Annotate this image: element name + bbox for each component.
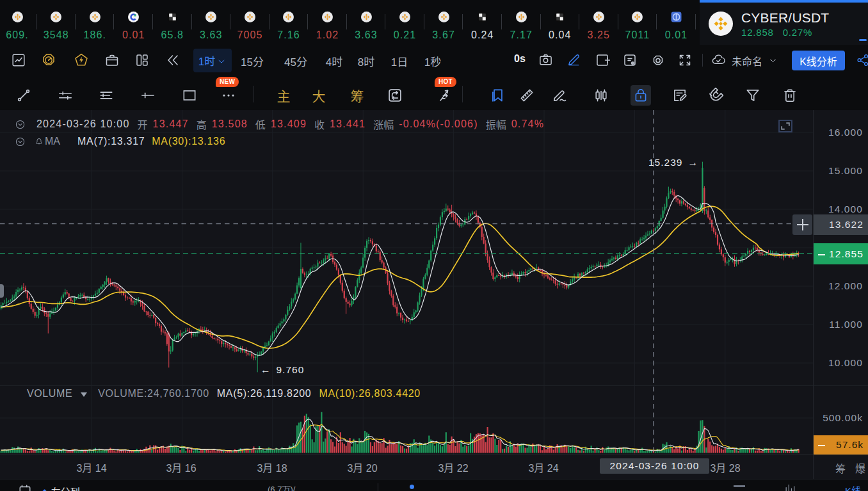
ticker-item[interactable]: 0.21: [385, 4, 424, 44]
ma-values: MA(7):13.317MA(30):13.136: [77, 136, 225, 147]
coin-bnb: [51, 12, 61, 22]
ticker-item[interactable]: 0.01: [114, 4, 153, 44]
ticker-price: 7.17: [510, 29, 533, 41]
candlestick-plot[interactable]: [0, 110, 868, 491]
ticker-item[interactable]: 3.67: [424, 4, 463, 44]
chart-controls-bar: 1时 0s 未命名 K线分析 15分45分4时8时1日1秒: [0, 45, 868, 76]
bars-icon[interactable]: [784, 483, 796, 491]
tool-big[interactable]: 大: [309, 85, 329, 106]
popup-icon[interactable]: [622, 52, 638, 68]
ticker-item[interactable]: 65.8: [153, 4, 192, 44]
coin-checker: [167, 12, 178, 22]
collapse-chevron-icon[interactable]: [15, 136, 26, 147]
ticker-item[interactable]: 3.25: [579, 4, 618, 44]
ticker-item[interactable]: 7005: [230, 4, 269, 44]
coin-bnb: [593, 12, 604, 22]
ticker-item[interactable]: 0.01: [657, 4, 696, 44]
multi-lines-icon[interactable]: [96, 85, 117, 106]
ohlc-field-value: 0.74%: [511, 118, 544, 130]
ticker-item[interactable]: 7.17: [502, 4, 541, 44]
ticker-price: 3.63: [200, 29, 223, 41]
time-axis[interactable]: 3月 143月 163月 183月 203月 223月 243月 28: [0, 459, 868, 474]
pane-fullscreen-icon[interactable]: [777, 118, 794, 134]
briefcase-icon[interactable]: [104, 52, 120, 68]
parallel-lines-icon[interactable]: [55, 85, 76, 106]
camera-icon[interactable]: [538, 52, 554, 68]
gear-icon[interactable]: [650, 52, 666, 68]
ticker-item[interactable]: 609.: [0, 4, 36, 44]
rewind-icon[interactable]: [165, 52, 181, 68]
bottom-right-fragment[interactable]: K线: [845, 483, 861, 491]
ticker-price: 65.8: [161, 29, 184, 41]
caret-down-icon[interactable]: [81, 392, 87, 397]
diamond-icon: ◆: [41, 485, 49, 491]
pencil-icon[interactable]: [567, 52, 582, 68]
kline-analysis-button[interactable]: K线分析: [792, 51, 845, 70]
layout-grid-icon[interactable]: [18, 483, 32, 491]
layout-icon[interactable]: [134, 52, 150, 68]
alert-bell-icon[interactable]: [34, 136, 44, 147]
cycle-edit-icon[interactable]: [385, 85, 405, 106]
candle-bodies-up: [1, 168, 798, 358]
timeframe-option[interactable]: 1秒: [424, 53, 441, 69]
timeframe-option[interactable]: 4时: [326, 53, 342, 69]
expand-icon[interactable]: [677, 52, 693, 68]
ma-value: MA(30):13.136: [152, 136, 225, 147]
add-frame-icon[interactable]: [595, 52, 610, 68]
layout-name[interactable]: 未命名: [732, 53, 762, 68]
ticker-item[interactable]: 3.63: [347, 4, 386, 44]
more-dots-icon[interactable]: [218, 85, 239, 106]
ticker-item[interactable]: 3548: [36, 4, 76, 44]
rectangle-icon[interactable]: [179, 85, 200, 106]
ohlc-field-value: -0.04%(-0.006): [399, 118, 478, 130]
magnet-icon[interactable]: [705, 85, 726, 106]
axis-tab[interactable]: 筹: [835, 460, 846, 476]
ticker-item[interactable]: 1.02: [308, 4, 347, 44]
tool-chips[interactable]: 筹: [347, 85, 367, 106]
bolt-icon[interactable]: [74, 52, 89, 68]
timeframe-option[interactable]: 45分: [284, 53, 307, 69]
coin-bnb: [245, 12, 255, 22]
timeframe-option[interactable]: 15分: [241, 53, 264, 69]
ticker-item[interactable]: 7011: [618, 4, 657, 44]
trend-line-icon[interactable]: [13, 85, 34, 106]
pair-panel[interactable]: CYBER/USDT 12.858 0.27%: [700, 0, 868, 45]
lock-icon[interactable]: [631, 85, 651, 106]
bookmark-icon[interactable]: [488, 85, 508, 106]
note-edit-icon[interactable]: [670, 85, 690, 106]
crosshair-add-order-button[interactable]: [792, 214, 812, 235]
pencil-wave-icon[interactable]: [549, 85, 570, 106]
price-axis-label: 11.000: [829, 318, 863, 331]
coin-bnb: [516, 12, 527, 22]
candle-wicks-down: [24, 186, 799, 367]
ruler-icon[interactable]: [517, 85, 537, 106]
chevron-down-icon[interactable]: [768, 56, 778, 65]
chart-area[interactable]: 2024-03-26 10:00 开13.447高13.508低13.409收1…: [0, 110, 868, 491]
volume-pane-name[interactable]: VOLUME: [27, 388, 72, 399]
ohlc-fields: 开13.447高13.508低13.409收13.441涨幅-0.04%(-0.…: [130, 117, 545, 132]
timeframe-option[interactable]: 1日: [391, 53, 408, 69]
cloud-save-icon[interactable]: [711, 52, 726, 67]
trash-icon[interactable]: [780, 85, 800, 106]
axis-tab[interactable]: 爆: [855, 460, 865, 476]
chart-type-icon[interactable]: [11, 52, 26, 68]
tool-main[interactable]: 主: [273, 85, 294, 106]
candles-icon[interactable]: [591, 85, 611, 106]
ohlc-field-value: 13.409: [271, 118, 307, 130]
trend-arrows-icon[interactable]: [434, 85, 454, 106]
ticker-item[interactable]: 3.63: [192, 4, 231, 44]
ticker-item[interactable]: 186.: [76, 4, 115, 44]
horizontal-ray-icon[interactable]: [138, 85, 158, 106]
funnel-icon[interactable]: [743, 85, 763, 106]
ticker-item[interactable]: 0.04: [541, 4, 580, 44]
timeframe-option[interactable]: 8时: [358, 53, 374, 69]
share-icon[interactable]: [856, 53, 868, 67]
sidebar-collapse-handle[interactable]: [0, 284, 4, 298]
gauge-icon[interactable]: [41, 52, 56, 68]
coin-bnb: [322, 12, 333, 22]
timeframe-selector[interactable]: 1时: [193, 49, 232, 72]
ticker-item[interactable]: 0.24: [463, 4, 502, 44]
bottom-tab-label[interactable]: ◆ 左分列: [41, 485, 80, 491]
collapse-chevron-icon[interactable]: [15, 119, 26, 130]
ticker-item[interactable]: 7.16: [269, 4, 309, 44]
